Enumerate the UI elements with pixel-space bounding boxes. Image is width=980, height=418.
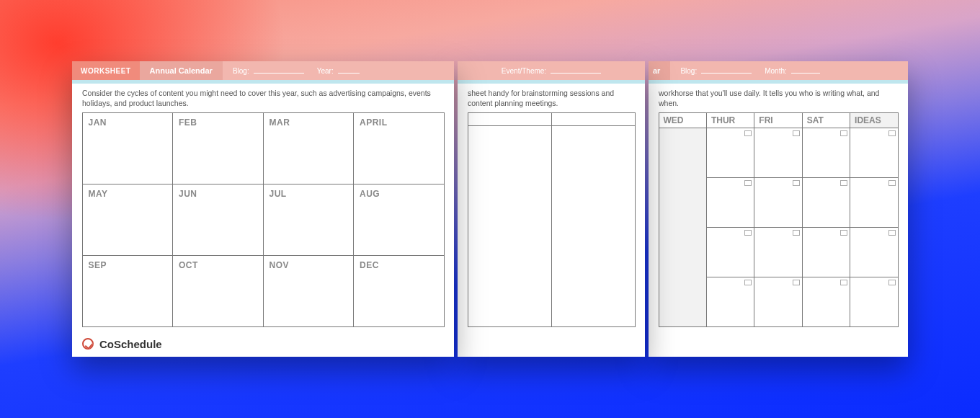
event-label: Event/Theme: — [502, 67, 546, 75]
body-cell — [551, 125, 636, 327]
day-cell — [706, 128, 754, 178]
day-cell — [706, 227, 754, 277]
blog-label: Blog: — [680, 67, 697, 75]
month-jul: JUL — [263, 184, 355, 256]
meta-fields: Blog: Year: — [223, 61, 454, 80]
day-sat: SAT — [802, 112, 850, 128]
ideas-column — [659, 128, 707, 327]
month-sep: SEP — [82, 255, 174, 327]
month-jan: JAN — [82, 112, 174, 184]
description: sheet handy for brainstorming sessions a… — [458, 84, 645, 112]
meta-fields: Event/Theme: — [458, 61, 645, 80]
header-bar: Event/Theme: — [458, 61, 645, 80]
description: Consider the cycles of content you might… — [72, 84, 454, 112]
month-feb: FEB — [172, 112, 264, 184]
month-grid — [659, 128, 898, 326]
header-bar: ar Blog: Month: — [649, 61, 908, 80]
day-fri: FRI — [754, 112, 802, 128]
brainstorm-grid — [468, 112, 635, 326]
month-may: MAY — [82, 184, 174, 256]
month-mar: MAR — [263, 112, 355, 184]
day-cell — [850, 128, 898, 178]
annual-grid: JAN FEB MAR APRIL MAY JUN JUL AUG SEP OC… — [82, 112, 444, 326]
background: ar Blog: Month: workhorse that you'll us… — [0, 0, 980, 418]
day-cell — [802, 177, 850, 228]
day-ideas: IDEAS — [850, 112, 898, 128]
coschedule-logo-icon — [82, 338, 94, 350]
worksheet-tag: WORKSHEET — [72, 61, 140, 80]
description: workhorse that you'll use daily. It tell… — [649, 84, 908, 112]
day-cell — [802, 277, 850, 327]
day-cell — [754, 277, 802, 327]
annual-worksheet: WORKSHEET Annual Calendar Blog: Year: Co… — [72, 61, 454, 357]
month-label: Month: — [765, 67, 787, 75]
month-dec: DEC — [353, 255, 445, 327]
year-label: Year: — [317, 67, 334, 75]
footer — [649, 331, 908, 357]
blog-label: Blog: — [233, 67, 249, 75]
month-jun: JUN — [172, 184, 264, 256]
day-cell — [850, 277, 898, 327]
footer: CoSchedule — [72, 331, 454, 357]
day-cell — [850, 227, 898, 277]
day-cell — [706, 277, 754, 327]
month-nov: NOV — [263, 255, 355, 327]
header-bar: WORKSHEET Annual Calendar Blog: Year: — [72, 61, 454, 80]
worksheet-title: Annual Calendar — [140, 61, 223, 80]
month-aug: AUG — [353, 184, 445, 256]
day-cell — [706, 177, 754, 228]
day-thur: THUR — [706, 112, 754, 128]
day-cell — [754, 227, 802, 277]
footer — [458, 331, 645, 357]
brainstorm-worksheet: Event/Theme: sheet handy for brainstormi… — [458, 61, 645, 357]
header-cell — [551, 112, 636, 126]
meta-fields: Blog: Month: — [670, 61, 908, 80]
weekday-headers: WED THUR FRI SAT IDEAS — [659, 112, 898, 128]
day-cell — [754, 177, 802, 228]
title-fragment: ar — [649, 61, 670, 80]
day-cell — [802, 128, 850, 178]
day-cell — [850, 177, 898, 228]
brand-name: CoSchedule — [99, 338, 162, 350]
header-cell — [468, 112, 552, 126]
day-wed: WED — [659, 112, 707, 128]
month-oct: OCT — [172, 255, 264, 327]
month-apr: APRIL — [353, 112, 445, 184]
monthly-worksheet: ar Blog: Month: workhorse that you'll us… — [649, 61, 908, 357]
body-cell — [468, 125, 552, 327]
day-cell — [802, 227, 850, 277]
day-cell — [754, 128, 802, 178]
